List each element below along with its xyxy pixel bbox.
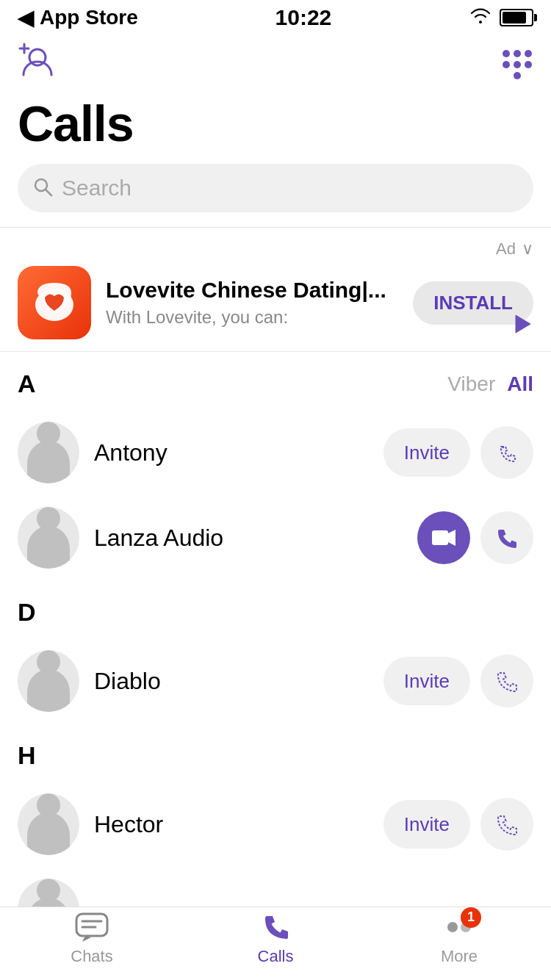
call-button-lanza[interactable]	[480, 511, 533, 564]
contact-actions-diablo: Invite	[383, 655, 533, 707]
svg-point-15	[494, 439, 520, 466]
back-arrow-icon: ◀	[18, 6, 34, 30]
nav-more-label: More	[441, 947, 478, 966]
svg-rect-18	[76, 914, 107, 936]
grid-menu-button[interactable]	[494, 40, 533, 82]
contact-name-diablo: Diablo	[94, 668, 369, 695]
filter-tabs: Viber All	[447, 372, 533, 396]
ad-info: Lovevite Chinese Dating|... With Lovevit…	[106, 278, 398, 328]
invite-label-antony: Invite	[404, 442, 450, 464]
invite-button-diablo[interactable]: Invite	[383, 657, 470, 705]
ad-play-icon	[513, 314, 533, 339]
ad-text: Ad	[496, 239, 516, 259]
call-button-diablo[interactable]	[480, 655, 533, 707]
search-placeholder: Search	[62, 176, 132, 201]
svg-point-7	[514, 61, 521, 68]
avatar-hector	[18, 793, 79, 855]
battery-icon	[500, 9, 533, 26]
svg-point-8	[525, 61, 532, 68]
ad-content: Lovevite Chinese Dating|... With Lovevit…	[18, 266, 533, 339]
header-actions	[0, 32, 551, 89]
ad-label-row: Ad ∨	[18, 239, 533, 259]
nav-chats[interactable]: Chats	[0, 912, 184, 966]
avatar-diablo	[18, 650, 79, 712]
contact-name-lanza-audio: Lanza Audio	[94, 525, 403, 552]
contact-lanza-audio: Lanza Audio	[18, 495, 533, 580]
contact-hector: Hector Invite	[18, 782, 533, 867]
section-a: A Viber All Antony Invite	[0, 352, 551, 580]
ad-app-desc: With Lovevite, you can:	[106, 307, 398, 328]
svg-point-6	[503, 61, 510, 68]
ad-banner: Ad ∨ Lovevite Chinese Dating|... With Lo…	[0, 228, 551, 352]
nav-calls[interactable]: Calls	[184, 912, 367, 966]
section-a-header: A Viber All	[18, 352, 533, 410]
more-icon: 1	[440, 912, 478, 943]
bottom-nav: Chats Calls 1 More	[0, 907, 551, 980]
svg-point-9	[514, 72, 521, 79]
section-d-header: D	[18, 580, 533, 638]
svg-point-3	[503, 50, 510, 57]
invite-button-antony[interactable]: Invite	[383, 428, 470, 477]
contact-diablo: Diablo Invite	[18, 638, 533, 724]
svg-point-21	[447, 922, 458, 932]
contact-name-antony: Antony	[94, 439, 369, 466]
ad-chevron-icon[interactable]: ∨	[522, 239, 533, 259]
avatar-antony	[18, 422, 79, 483]
contact-name-hector: Hector	[94, 811, 369, 838]
section-d: D Diablo Invite	[0, 580, 551, 724]
svg-point-5	[525, 50, 532, 57]
invite-label-diablo: Invite	[404, 670, 450, 693]
search-icon	[32, 176, 53, 200]
search-container: Search	[0, 164, 551, 227]
section-letter-a: A	[18, 370, 36, 398]
call-button-antony[interactable]	[480, 426, 533, 479]
search-bar[interactable]: Search	[18, 164, 533, 212]
filter-all[interactable]: All	[507, 372, 533, 396]
svg-rect-16	[432, 530, 448, 545]
svg-line-11	[46, 190, 51, 195]
status-time: 10:22	[276, 5, 332, 30]
add-contact-button[interactable]	[18, 41, 57, 81]
nav-chats-label: Chats	[71, 947, 112, 966]
section-h-header: H	[18, 724, 533, 782]
more-badge: 1	[461, 907, 481, 928]
svg-marker-17	[448, 530, 455, 546]
avatar-lanza-audio	[18, 507, 79, 569]
content-area: Ad ∨ Lovevite Chinese Dating|... With Lo…	[0, 228, 551, 980]
nav-calls-label: Calls	[258, 947, 294, 966]
filter-viber[interactable]: Viber	[447, 372, 495, 396]
call-button-hector[interactable]	[480, 798, 533, 851]
status-left: ◀ App Store	[18, 6, 138, 30]
invite-button-hector[interactable]: Invite	[383, 800, 470, 849]
status-right	[469, 7, 533, 28]
wifi-icon	[469, 7, 492, 28]
section-letter-h: H	[18, 741, 36, 770]
app-store-label[interactable]: App Store	[40, 6, 138, 29]
video-button-lanza[interactable]	[417, 511, 470, 564]
section-letter-d: D	[18, 598, 36, 627]
chats-icon	[73, 912, 111, 943]
nav-more[interactable]: 1 More	[367, 912, 551, 966]
ad-app-icon[interactable]	[18, 266, 91, 339]
svg-point-4	[514, 50, 521, 57]
calls-icon	[256, 912, 295, 943]
page-title: Calls	[0, 89, 551, 164]
invite-label-hector: Invite	[404, 813, 450, 836]
ad-app-name: Lovevite Chinese Dating|...	[106, 278, 398, 303]
svg-marker-14	[516, 315, 530, 333]
contact-actions-lanza	[417, 511, 533, 564]
contact-actions-hector: Invite	[383, 798, 533, 851]
contact-antony: Antony Invite	[18, 410, 533, 495]
status-bar: ◀ App Store 10:22	[0, 0, 551, 32]
contact-actions-antony: Invite	[383, 426, 533, 479]
